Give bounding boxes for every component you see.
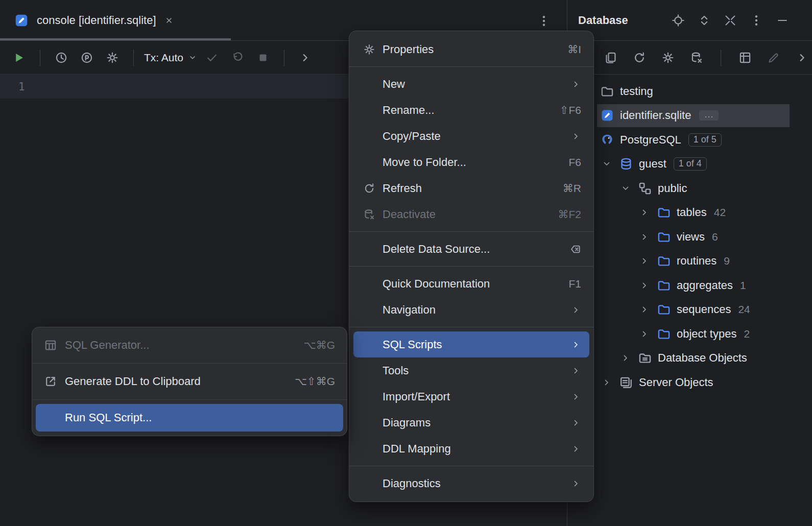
commit-icon[interactable] [202,48,222,67]
tree-item-sequences[interactable]: sequences24 [567,298,812,322]
menu-item-rename[interactable]: Rename...⇧F6 [353,97,589,123]
tree-item-views[interactable]: views6 [567,225,812,249]
settings-icon[interactable] [658,48,678,67]
tree-item-label: routines [677,254,717,268]
menu-item-label: Run SQL Script... [65,411,152,424]
database-tree: testingidentifier.sqlite...PostgreSQL1 o… [567,75,812,395]
tree-item-label: tables [677,206,707,219]
settings-icon[interactable] [103,48,122,67]
explain-plan-icon[interactable] [77,48,97,67]
menu-item-delete-data-source[interactable]: Delete Data Source... [353,236,589,262]
menu-item-new[interactable]: New [353,71,589,97]
menu-item-label: Diagrams [383,416,431,429]
shortcut-label: ⌘I [567,43,581,56]
new-table-icon[interactable] [735,48,755,67]
more-icon[interactable] [296,48,315,67]
deactivate-icon[interactable] [687,48,706,67]
menu-item-quick-documentation[interactable]: Quick DocumentationF1 [353,271,589,297]
menu-item-label: DDL Mapping [383,442,451,456]
tree-item-server-objects[interactable]: Server Objects [567,370,812,395]
history-icon[interactable] [52,48,71,67]
tab-title: console [identifier.sqlite] [37,14,156,27]
overflow-button[interactable]: ... [699,110,719,121]
chevron-right-icon[interactable] [600,377,613,388]
item-count: 2 [744,328,750,340]
chevron-right-icon[interactable] [638,207,651,218]
refresh-icon [363,182,377,195]
menu-item-sql-generator[interactable]: SQL Generator...⌥⌘G [36,331,343,359]
menu-item-import-export[interactable]: Import/Export [353,384,589,410]
menu-item-deactivate[interactable]: Deactivate⌘F2 [353,201,589,227]
chevron-down-icon[interactable] [619,183,632,194]
item-count: 9 [724,255,730,267]
line-number: 1 [18,75,25,99]
menu-item-move-to-folder[interactable]: Move to Folder...F6 [353,149,589,175]
menu-item-refresh[interactable]: Refresh⌘R [353,175,589,201]
chevron-right-icon[interactable] [638,304,651,315]
menu-item-label: Refresh [383,182,422,195]
tree-item-public[interactable]: public [567,176,812,201]
editor-options-kebab-icon[interactable] [534,11,554,31]
menu-item-generate-ddl-to-clipboard[interactable]: Generate DDL to Clipboard⌥⇧⌘G [36,368,343,395]
collapse-all-icon[interactable] [721,11,739,30]
postgres-icon [600,133,614,147]
menu-item-copy-paste[interactable]: Copy/Paste [353,123,589,149]
menu-item-label: Properties [383,43,434,56]
hide-icon[interactable] [773,11,792,30]
more-icon[interactable] [793,48,812,67]
chevron-right-icon[interactable] [638,232,651,242]
stop-icon[interactable] [253,48,273,67]
menu-separator [349,466,593,466]
item-count: 42 [714,206,726,219]
rollback-icon[interactable] [228,48,247,67]
edit-icon[interactable] [764,48,783,67]
chevron-down-icon[interactable] [600,159,613,169]
submenu-arrow-icon [571,131,581,141]
context-menu: Properties⌘INewRename...⇧F6Copy/PasteMov… [349,31,594,502]
tree-item-identifier-sqlite[interactable]: identifier.sqlite... [567,104,812,128]
chevron-right-icon[interactable] [638,256,651,266]
menu-item-label: SQL Generator... [65,339,150,352]
chevron-right-icon[interactable] [638,280,651,291]
tree-item-label: aggregates [677,279,733,292]
tree-item-aggregates[interactable]: aggregates1 [567,273,812,298]
panel-title: Database [578,14,628,27]
sync-icon[interactable] [630,48,649,67]
menu-item-properties[interactable]: Properties⌘I [353,36,589,62]
shortcut-label: F1 [568,278,581,290]
close-icon[interactable] [164,16,174,25]
tree-item-database-objects[interactable]: Database Objects [567,346,812,371]
database-toolbar-group [601,48,812,67]
editor-tab[interactable]: console [identifier.sqlite] [0,0,186,40]
documents-icon[interactable] [601,48,620,67]
gear-icon [363,43,377,56]
run-icon[interactable] [9,48,29,67]
menu-item-navigation[interactable]: Navigation [353,297,589,323]
tree-item-routines[interactable]: routines9 [567,249,812,274]
active-tab-indicator [0,38,231,40]
tx-mode-selector[interactable]: Tx: Auto [139,47,202,68]
chevron-right-icon[interactable] [619,353,632,363]
tree-item-label: Database Objects [658,351,747,365]
menu-item-diagrams[interactable]: Diagrams [353,410,589,436]
menu-item-run-sql-script[interactable]: Run SQL Script... [36,404,343,432]
menu-item-tools[interactable]: Tools [353,357,589,384]
tree-item-object-types[interactable]: object types2 [567,322,812,346]
menu-item-right [571,79,581,89]
options-kebab-icon[interactable] [747,11,766,30]
tree-item-guest[interactable]: guest1 of 4 [567,152,812,177]
tree-item-postgresql[interactable]: PostgreSQL1 of 5 [567,128,812,152]
menu-item-diagnostics[interactable]: Diagnostics [353,470,589,496]
tree-item-testing[interactable]: testing [567,79,812,104]
expand-collapse-icon[interactable] [695,11,713,30]
menu-item-sql-scripts[interactable]: SQL Scripts [353,331,589,357]
chevron-right-icon[interactable] [638,329,651,339]
menu-item-ddl-mapping[interactable]: DDL Mapping [353,436,589,462]
submenu-arrow-icon [571,418,581,428]
locate-icon[interactable] [669,11,687,30]
menu-item-label: Move to Folder... [383,156,466,169]
panel-header-icons [669,11,792,30]
menu-item-right [571,479,581,489]
tree-item-tables[interactable]: tables42 [567,201,812,225]
sqlite-console-icon [14,13,29,28]
